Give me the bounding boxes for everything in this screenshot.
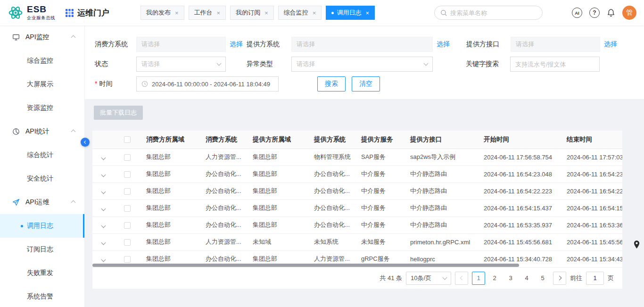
sidebar-group-API统计[interactable]: API统计 bbox=[0, 120, 84, 143]
provider-system-input[interactable]: 请选择 bbox=[291, 37, 433, 52]
select-all-checkbox[interactable] bbox=[124, 136, 131, 143]
expand-row-icon[interactable] bbox=[101, 155, 106, 160]
status-select[interactable]: 请选择 bbox=[136, 57, 226, 72]
sidebar-item-调用日志[interactable]: 调用日志 bbox=[0, 214, 84, 238]
jump-suffix: 页 bbox=[608, 274, 614, 282]
provider-interface-select-link[interactable]: 选择 bbox=[604, 40, 617, 49]
expand-row-icon[interactable] bbox=[101, 257, 106, 262]
tab-我的订阅[interactable]: 我的订阅× bbox=[230, 6, 274, 20]
time-range-input[interactable]: 2024-06-11 00:00:00 - 2024-06-11 18:04:4… bbox=[136, 76, 279, 91]
menu-search[interactable] bbox=[434, 6, 543, 20]
table-cell: 2024-06-11 17:56:58.754 bbox=[478, 149, 561, 166]
sidebar-item-失败重发[interactable]: 失败重发 bbox=[0, 261, 84, 285]
required-mark: * bbox=[95, 80, 97, 87]
provider-interface-input[interactable]: 请选择 bbox=[511, 37, 600, 52]
sidebar-group-API监控[interactable]: API监控 bbox=[0, 25, 84, 49]
consumer-system-input[interactable]: 请选择 bbox=[136, 37, 226, 52]
table-cell: 集团总部 bbox=[140, 199, 200, 216]
page-button-5[interactable]: 5 bbox=[536, 272, 549, 285]
table-cell: 集团总部 bbox=[247, 166, 308, 183]
tab-close-icon[interactable]: × bbox=[264, 9, 268, 17]
expand-row-icon[interactable] bbox=[101, 189, 106, 194]
table-cell: primeton.hr.gRPC.xml bbox=[405, 233, 478, 250]
tab-工作台[interactable]: 工作台× bbox=[189, 6, 226, 20]
chevron-right-icon bbox=[557, 276, 561, 281]
row-checkbox[interactable] bbox=[124, 205, 131, 212]
grid-icon bbox=[66, 9, 74, 17]
expand-row-icon[interactable] bbox=[101, 223, 106, 228]
sidebar-item-系统告警[interactable]: 系统告警 bbox=[0, 285, 84, 307]
table-cell: 中介服务 bbox=[355, 199, 405, 216]
expand-row-icon[interactable] bbox=[101, 172, 106, 177]
keyword-input[interactable] bbox=[510, 57, 600, 72]
log-table-card: 消费方所属域消费方系统提供方所属域提供方系统提供方服务提供方接口开始时间结束时间… bbox=[92, 131, 622, 289]
tab-close-icon[interactable]: × bbox=[365, 9, 369, 17]
page-button-2[interactable]: 2 bbox=[488, 272, 501, 285]
jump-page-input[interactable] bbox=[586, 272, 604, 285]
row-checkbox[interactable] bbox=[124, 188, 131, 195]
sidebar-item-综合统计[interactable]: 综合统计 bbox=[0, 143, 84, 167]
row-checkbox[interactable] bbox=[124, 154, 131, 161]
main-content: 消费方系统 请选择 选择 提供方系统 请选择 选择 提供方接口 请选择 选择 状… bbox=[85, 25, 644, 307]
table-cell: 集团总部 bbox=[140, 166, 200, 183]
sidebar-collapse-button[interactable] bbox=[81, 138, 90, 147]
tab-close-icon[interactable]: × bbox=[175, 9, 179, 17]
table-scroll-area: 消费方所属域消费方系统提供方所属域提供方系统提供方服务提供方接口开始时间结束时间… bbox=[92, 131, 622, 268]
tab-综合监控[interactable]: 综合监控× bbox=[278, 6, 322, 20]
esb-logo-icon bbox=[8, 5, 24, 21]
table-cell: 办公自动化... bbox=[200, 166, 247, 183]
row-checkbox[interactable] bbox=[124, 171, 131, 178]
chevron-up-icon bbox=[71, 129, 76, 134]
column-header: 结束时间 bbox=[561, 131, 622, 149]
search-input[interactable] bbox=[450, 9, 537, 17]
table-cell: 2024-06-11 16:54:23.048 bbox=[478, 166, 561, 183]
consumer-system-select-link[interactable]: 选择 bbox=[230, 40, 243, 49]
row-checkbox[interactable] bbox=[124, 222, 131, 229]
page-button-3[interactable]: 3 bbox=[504, 272, 517, 285]
table-cell: 中介静态路由 bbox=[405, 166, 478, 183]
prev-page-button[interactable] bbox=[455, 272, 468, 285]
horizontal-scrollbar[interactable] bbox=[92, 264, 519, 267]
sidebar-item-综合监控[interactable]: 综合监控 bbox=[0, 49, 84, 73]
help-icon[interactable]: ? bbox=[589, 8, 600, 18]
batch-download-button[interactable]: 批量下载日志 bbox=[94, 106, 143, 120]
provider-system-select-link[interactable]: 选择 bbox=[437, 40, 450, 49]
sidebar-item-大屏展示[interactable]: 大屏展示 bbox=[0, 73, 84, 96]
user-avatar[interactable]: 管 bbox=[622, 6, 636, 20]
search-button[interactable]: 搜索 bbox=[317, 76, 346, 91]
sidebar-group-API运维[interactable]: API运维 bbox=[0, 191, 84, 214]
tab-我的发布[interactable]: 我的发布× bbox=[140, 6, 184, 20]
ai-assistant-icon[interactable]: AI bbox=[572, 8, 582, 18]
sidebar-item-label: 资源监控 bbox=[27, 104, 53, 112]
sidebar-item-label: 订阅日志 bbox=[27, 245, 53, 254]
location-pin-icon[interactable] bbox=[633, 240, 640, 251]
table-row: 集团总部办公自动化...集团总部办公自动化...中介服务中介静态路由2024-0… bbox=[92, 216, 622, 233]
sidebar-item-安全统计[interactable]: 安全统计 bbox=[0, 167, 84, 191]
tab-调用日志[interactable]: 调用日志× bbox=[326, 6, 375, 20]
table-row: 集团总部办公自动化...集团总部办公自动化...中介服务中介静态路由2024-0… bbox=[92, 166, 622, 183]
column-header: 提供方服务 bbox=[355, 131, 405, 149]
expand-row-icon[interactable] bbox=[101, 206, 106, 211]
expand-row-icon[interactable] bbox=[101, 240, 106, 245]
row-checkbox[interactable] bbox=[124, 256, 131, 263]
page-size-select[interactable]: 10条/页 bbox=[406, 272, 451, 285]
sidebar-item-资源监控[interactable]: 资源监控 bbox=[0, 96, 84, 120]
next-page-button[interactable] bbox=[553, 272, 566, 285]
page-button-1[interactable]: 1 bbox=[472, 272, 485, 285]
table-header-row: 消费方所属域消费方系统提供方所属域提供方系统提供方服务提供方接口开始时间结束时间 bbox=[92, 131, 622, 149]
provider-interface-label: 提供方接口 bbox=[466, 40, 511, 49]
table-cell: 集团总部 bbox=[140, 183, 200, 199]
tab-close-icon[interactable]: × bbox=[217, 9, 221, 17]
row-checkbox[interactable] bbox=[124, 239, 131, 246]
exception-type-select[interactable]: 请选择 bbox=[291, 57, 433, 72]
portal-title-block: 运维门户 bbox=[66, 8, 109, 18]
table-cell: 办公自动化... bbox=[308, 199, 355, 216]
sidebar-item-订阅日志[interactable]: 订阅日志 bbox=[0, 238, 84, 261]
page-button-4[interactable]: 4 bbox=[520, 272, 533, 285]
clear-button[interactable]: 清空 bbox=[352, 76, 380, 91]
tab-label: 我的发布 bbox=[146, 8, 171, 17]
tab-close-icon[interactable]: × bbox=[313, 9, 316, 17]
table-cell: 未知服务 bbox=[355, 233, 405, 250]
notification-bell-icon[interactable] bbox=[607, 8, 615, 17]
logo-subtitle: 企业服务总线 bbox=[27, 15, 55, 21]
